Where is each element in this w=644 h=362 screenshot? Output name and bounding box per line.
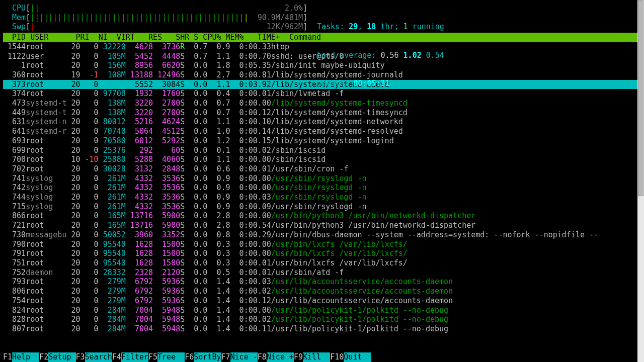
mem-bar-yellow: |	[244, 13, 249, 23]
flabel-tree[interactable]: Tree	[157, 352, 185, 362]
tasks-count: 29	[349, 22, 358, 31]
fkey-f8[interactable]: F8	[258, 352, 267, 362]
fkey-f5[interactable]: F5	[148, 352, 157, 362]
running-count: 1	[404, 22, 408, 31]
process-row[interactable]: 824 root 20 0 284M 7004 5948 S 0.0 1.4 0…	[3, 306, 644, 315]
scrollbar[interactable]	[637, 0, 644, 362]
fkey-f6[interactable]: F6	[185, 352, 194, 362]
load-label: Load average:	[317, 51, 380, 60]
mem-bar-green: ||||||||||||||||||||||||||||||||||||||||…	[30, 13, 239, 23]
flabel-sortby[interactable]: SortBy	[194, 352, 221, 362]
cpu-value: 2.0%	[285, 4, 303, 13]
flabel-nice +[interactable]: Nice +	[267, 352, 294, 362]
process-row[interactable]: 793 root 20 0 279M 6792 5936 S 0.0 1.4 0…	[3, 277, 644, 287]
uptime-label: Uptime:	[317, 79, 353, 88]
process-row[interactable]: 742 syslog 20 0 261M 4332 3536 S 0.0 0.9…	[3, 183, 644, 193]
flabel-filter[interactable]: Filter	[121, 352, 148, 362]
process-row[interactable]: 866 root 20 0 165M 13716 5900 S 0.0 2.8 …	[3, 211, 644, 221]
flabel-setup[interactable]: Setup	[48, 352, 75, 362]
fkey-f2[interactable]: F2	[39, 352, 48, 362]
process-row[interactable]: 741 syslog 20 0 261M 4332 3536 S 0.0 0.9…	[3, 174, 644, 184]
fkey-f9[interactable]: F9	[294, 352, 303, 362]
load-1m: 0.56	[380, 51, 398, 60]
swp-bar-red: |	[30, 22, 35, 32]
mem-bar-blue: |	[239, 13, 244, 23]
process-row[interactable]: 715 syslog 20 0 261M 4332 3536 S 0.0 0.9…	[3, 202, 644, 212]
flabel-search[interactable]: Search	[85, 352, 112, 362]
footer-bar[interactable]: F1Help F2Setup F3SearchF4FilterF5Tree F6…	[3, 352, 371, 362]
process-row[interactable]: 631 systemd-n 20 0 80012 5216 4624 S 0.0…	[3, 117, 644, 127]
process-row[interactable]: 700 root 10 -10 25880 5288 4060 S 0.0 1.…	[3, 155, 644, 164]
process-row[interactable]: 744 syslog 20 0 261M 4332 3536 S 0.0 0.9…	[3, 193, 644, 202]
fkey-f7[interactable]: F7	[221, 352, 230, 362]
process-row[interactable]: 641 systemd-r 20 0 70740 5064 4512 S 0.0…	[3, 127, 644, 136]
load-5m: 1.02	[404, 51, 422, 60]
process-row[interactable]: 730 messagebu 20 0 50052 3960 3352 S 0.0…	[3, 230, 644, 240]
process-row[interactable]: 721 root 20 0 165M 13716 5900 S 0.0 2.8 …	[3, 221, 644, 230]
flabel-quit[interactable]: Quit	[344, 352, 371, 362]
process-row[interactable]: 702 root 20 0 30028 3132 2848 S 0.0 0.6 …	[3, 164, 644, 174]
flabel-kill[interactable]: Kill	[303, 352, 330, 362]
process-row[interactable]: 791 root 20 0 95540 1628 1500 S 0.0 0.3 …	[3, 249, 644, 258]
fkey-f1[interactable]: F1	[3, 352, 12, 362]
flabel-help[interactable]: Help	[12, 352, 39, 362]
fkey-f4[interactable]: F4	[112, 352, 121, 362]
load-15m: 0.54	[426, 51, 444, 60]
flabel-nice -[interactable]: Nice -	[230, 352, 258, 362]
tasks-label: Tasks:	[317, 22, 349, 31]
mem-value: 90.9M/481M	[258, 13, 303, 23]
summary-area: Tasks: 29, 18 thr; 1 running Load averag…	[317, 4, 444, 107]
process-row[interactable]: 807 root 20 0 284M 7004 5948 S 0.0 1.4 0…	[3, 324, 644, 334]
process-row[interactable]: 752 daemon 20 0 28332 2328 2120 S 0.0 0.…	[3, 268, 644, 278]
process-row[interactable]: 790 root 20 0 95540 1628 1500 S 0.0 0.3 …	[3, 240, 644, 249]
process-row[interactable]: 828 root 20 0 284M 7004 5948 S 0.0 1.4 0…	[3, 315, 644, 324]
thread-count: 18	[367, 22, 376, 31]
process-row[interactable]: 693 root 20 0 70580 6012 5292 S 0.0 1.2 …	[3, 136, 644, 146]
fkey-f3[interactable]: F3	[76, 352, 85, 362]
process-row[interactable]: 754 root 20 0 279M 6792 5936 S 0.0 1.4 0…	[3, 296, 644, 306]
scrollbar-thumb[interactable]	[638, 0, 643, 196]
uptime-value: 00:05:31	[353, 79, 389, 88]
fkey-f10[interactable]: F10	[330, 352, 344, 362]
process-row[interactable]: 751 root 20 0 95540 1628 1500 S 0.0 0.3 …	[3, 258, 644, 268]
process-row[interactable]: 699 root 20 0 25376 292 60 S 0.0 0.1 0:0…	[3, 146, 644, 155]
process-row[interactable]: 806 root 20 0 279M 6792 5936 S 0.0 1.4 0…	[3, 287, 644, 296]
process-row[interactable]: 449 systemd-t 20 0 138M 3220 2700 S 0.0 …	[3, 108, 644, 118]
cpu-bar-fill: ||	[30, 4, 39, 13]
swp-value: 12K/962M	[267, 22, 303, 32]
